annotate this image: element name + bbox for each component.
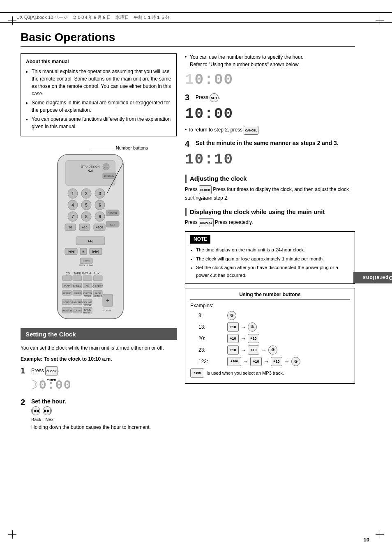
about-box: About this manual This manual explains t… (21, 53, 177, 136)
example-header: Examples: (190, 303, 350, 309)
step-3: 3 Press SET. (185, 93, 355, 102)
page-number: 10 (364, 537, 369, 543)
step2-clock-display: 10:00 (185, 71, 355, 88)
display-btn[interactable]: DISPLAY (199, 218, 214, 227)
svg-text:5: 5 (85, 203, 88, 207)
btn-plus10-23b: +10 (248, 345, 259, 355)
step2-bullet: You can use the number buttons to specif… (185, 53, 355, 68)
svg-text:▶▶|: ▶▶| (92, 249, 99, 253)
btn-3-13: ③ (248, 322, 257, 332)
examples-label: Examples: (190, 303, 227, 309)
num-buttons-footer: +100 is used when you select an MP3 trac… (190, 368, 350, 378)
btn-plus100-123: +100 (227, 357, 241, 366)
step3-clock-display: 10:00 (185, 106, 355, 122)
svg-text:6: 6 (99, 203, 101, 207)
step-2-content: Set the hour. |◀◀ ▶▶| Back Next Holding … (31, 398, 177, 435)
main-content: Basic Operations About this manual This … (0, 27, 378, 447)
displaying-clock-text: Press DISPLAY Press repeatedly. (185, 218, 355, 227)
btn-plus10-23a: +10 (227, 345, 239, 355)
setting-clock-intro: You can set the clock while the main uni… (21, 344, 177, 352)
example-13: 13: +10 → ③ (190, 322, 350, 332)
example-20: 20: +10 → +10 (190, 334, 350, 343)
clock-timer-btn-adj[interactable]: CLOCKTIMER (199, 185, 212, 194)
svg-text:BASS/: BASS/ (84, 309, 91, 311)
example-23: 23: +10 → +10 → ③ (190, 345, 350, 355)
btn-plus10-20b: +10 (248, 334, 259, 343)
side-label: Basic Operations (353, 272, 392, 283)
svg-text:7: 7 (71, 214, 74, 219)
clock-timer-button[interactable]: CLOCKTIMER (45, 366, 58, 375)
step-4: 4 Set the minute in the same manner as s… (185, 140, 355, 148)
btn-3-123: ③ (291, 357, 300, 366)
remote-area: Number buttons STANDBY/ON ⏻/I (21, 142, 177, 328)
svg-text:⏻/I: ⏻/I (88, 169, 93, 173)
svg-text:TIMER: TIMER (84, 295, 91, 297)
svg-text:SOUND: SOUND (83, 301, 92, 304)
svg-text:FM/AM: FM/AM (82, 272, 91, 275)
svg-text:AUX: AUX (94, 272, 100, 275)
header-text: UX-Q3[A].book 10 ページ ２０0４年９月８日 水曜日 午前１１時… (16, 15, 170, 20)
svg-text:1: 1 (71, 191, 74, 196)
example-3: 3: ③ (190, 311, 350, 320)
step-4-content: Set the minute in the same manner as ste… (196, 140, 355, 146)
svg-text:2: 2 (85, 191, 88, 196)
next-button[interactable]: ▶▶| (43, 406, 52, 415)
btn-plus100-footer: +100 (190, 368, 204, 378)
svg-text:|◀◀: |◀◀ (68, 249, 74, 253)
svg-text:DIMMER: DIMMER (62, 309, 72, 312)
svg-text:DISPLAY: DISPLAY (104, 175, 115, 177)
setting-clock-section: Setting the Clock You can set the clock … (21, 328, 177, 435)
svg-text:MUTING: MUTING (93, 295, 102, 297)
step4-clock-display: 10:10 (185, 151, 355, 168)
about-item-2: Some diagrams in this manual are simplif… (32, 99, 171, 114)
svg-text:MODE: MODE (84, 304, 91, 306)
svg-text:SPEED: SPEED (73, 285, 82, 287)
svg-rect-54 (93, 276, 102, 281)
step-1: 1 Press CLOCKTIMER. ☽0:00 (21, 366, 177, 395)
svg-text:TREBLE: TREBLE (83, 311, 92, 314)
svg-text:CLOCK/: CLOCK/ (83, 292, 92, 295)
step-3-cancel-note: • To return to step 2, press CANCEL. (185, 126, 355, 135)
step-2-num: 2 (21, 398, 29, 406)
step-2-note: Holding down the button causes the hour … (31, 424, 177, 431)
setting-clock-example: Example: To set the clock to 10:10 a.m. (21, 355, 177, 363)
back-button[interactable]: |◀◀ (31, 406, 40, 415)
setting-clock-title: Setting the Clock (21, 328, 177, 340)
corner-bl (8, 530, 16, 539)
step-4-title: Set the minute in the same manner as ste… (196, 140, 355, 146)
corner-tr (376, 16, 384, 25)
svg-text:KC/C: KC/C (83, 260, 90, 263)
svg-text:9: 9 (99, 214, 101, 219)
adjusting-clock-title: Adjusting the clock (185, 175, 355, 183)
svg-rect-52 (73, 276, 82, 281)
cancel-button[interactable]: CANCEL (244, 126, 258, 135)
btn-3: ③ (227, 311, 236, 320)
svg-rect-53 (83, 276, 92, 281)
about-box-title: About this manual (26, 58, 171, 65)
btn-plus10-13: +10 (227, 322, 239, 332)
svg-rect-51 (62, 276, 71, 281)
page-title: Basic Operations (21, 31, 355, 47)
step-3-press: Press (196, 94, 208, 100)
step-2: 2 Set the hour. |◀◀ ▶▶| Back Next H (21, 398, 177, 435)
note-title: NOTE (190, 235, 210, 244)
about-item-1: This manual explains the operations assu… (32, 68, 171, 97)
page-container: UX-Q3[A].book 10 ページ ２０0４年９月８日 水曜日 午前１１時… (0, 0, 392, 555)
step-2-title: Set the hour. (31, 398, 177, 405)
step-1-clock: ☽0:00 (31, 378, 177, 392)
svg-text:CD: CD (66, 272, 70, 275)
example-123: 123: +100 → +10 → +10 → ③ (190, 357, 350, 366)
svg-text:SLEEP: SLEEP (74, 292, 81, 295)
note-box: NOTE The time display on the main unit i… (185, 231, 355, 284)
num-buttons-title: Using the number buttons (190, 292, 350, 299)
about-box-list: This manual explains the operations assu… (26, 68, 171, 130)
set-button[interactable]: SET (210, 93, 219, 102)
note-item-2: The clock will gain or lose approximatel… (196, 255, 350, 263)
svg-text:SET: SET (110, 223, 115, 226)
svg-text:CANCEL: CANCEL (108, 212, 118, 214)
svg-text:P-AP: P-AP (64, 285, 70, 287)
svg-text:+100: +100 (96, 226, 104, 229)
step-2-nav: |◀◀ ▶▶| (31, 406, 177, 415)
step-2-nav-labels: Back Next (31, 417, 177, 422)
svg-text:VOLUME: VOLUME (103, 309, 112, 312)
